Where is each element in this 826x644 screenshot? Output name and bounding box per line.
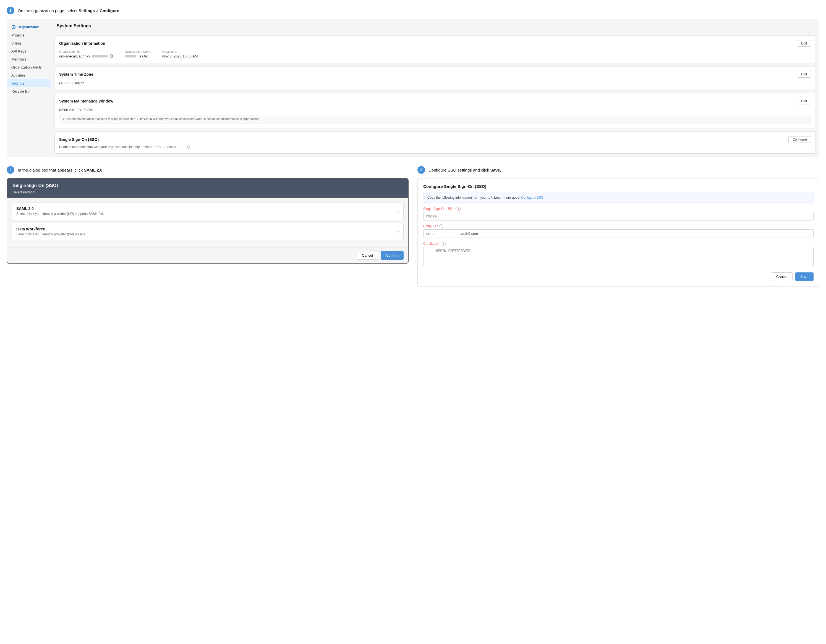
org-info-grid: Organization ID org-zcecazvaghhky: [59, 50, 811, 58]
info-icon: ℹ: [63, 118, 64, 121]
configure-info-banner: Copy the following information from your…: [423, 193, 814, 203]
org-id-masked: [92, 55, 109, 57]
certificate-input[interactable]: -----BEGIN CERTIFICATE-----: [423, 247, 814, 266]
sso-description: Enables authentication with your organiz…: [59, 145, 811, 149]
svg-rect-5: [110, 55, 112, 57]
entity-id-label: Entity ID * i: [423, 224, 814, 228]
sidebar-item-members[interactable]: Members: [7, 55, 51, 63]
sso-url-input[interactable]: [423, 212, 814, 220]
sidebar-item-org-alerts[interactable]: Organization Alerts: [7, 63, 51, 71]
sso-url-label: Single Sign-On URL * i: [423, 207, 814, 211]
step3-col: 3 Configure SSO settings and click Save.…: [418, 166, 819, 287]
configure-cancel-button[interactable]: Cancel: [771, 272, 793, 281]
sidebar-org[interactable]: Organization: [7, 22, 51, 31]
sidebar-item-activities[interactable]: Activities: [7, 71, 51, 79]
sidebar-item-projects[interactable]: Projects: [7, 31, 51, 39]
maintenance-time: 02:00 AM - 04:00 AM: [59, 108, 811, 112]
step1-circle: 1: [7, 7, 14, 14]
sso-dialog-select-protocol: Select Protocol: [7, 189, 408, 198]
sso-title: Single Sign-On (SSO): [59, 137, 99, 142]
sso-dialog: Single Sign-On (SSO) Select Protocol SAM…: [7, 178, 408, 263]
svg-rect-1: [13, 25, 14, 26]
org-info-edit-button[interactable]: Edit: [797, 40, 811, 47]
org-name-label: Organization Name: [125, 50, 151, 53]
step2-instruction: In the dialog box that appears, click SA…: [18, 168, 104, 172]
org-name-value: 's Org: [125, 54, 151, 58]
main-title: System Settings: [51, 19, 819, 32]
main-content: System Settings Organization Information…: [51, 19, 819, 157]
configure-sso-link[interactable]: Configure SSO: [521, 196, 543, 200]
org-info-title: Organization Information: [59, 41, 105, 46]
sso-help-icon[interactable]: ?: [186, 145, 189, 149]
okta-option[interactable]: Okta Workforce Select this if your ident…: [12, 223, 404, 240]
maintenance-notice: ℹ System maintenance may lead to slight …: [59, 115, 811, 124]
sso-url-group: Single Sign-On URL * i: [423, 207, 814, 220]
created-at-label: Created At: [162, 50, 198, 53]
cert-help-icon[interactable]: i: [442, 242, 446, 246]
org-id-value: org-zcecazvaghhky: [59, 54, 114, 58]
certificate-label: Certificate * i: [423, 242, 814, 246]
step2-header: 2 In the dialog box that appears, click …: [7, 166, 408, 174]
sso-url-help-icon[interactable]: i: [456, 207, 461, 211]
sso-configure-button[interactable]: Configure: [789, 136, 811, 143]
timezone-card: System Time Zone Edit (+08:00) Beijing: [54, 66, 816, 90]
org-name-field: Organization Name 's Org: [125, 50, 151, 58]
sidebar: Organization Projects Billing API Keys M…: [7, 19, 51, 157]
sidebar-org-label: Organization: [17, 25, 39, 29]
step3-instruction: Configure SSO settings and click Save.: [429, 168, 501, 172]
step1-header: 1 On the organization page, select Setti…: [7, 7, 819, 14]
okta-name: Okta Workforce: [16, 227, 86, 231]
configure-footer: Cancel Save: [423, 272, 814, 281]
maintenance-title: System Maintenance Window: [59, 99, 113, 103]
created-at-field: Created At Nov 3, 2023 10:33 AM: [162, 50, 198, 58]
saml-name: SAML 2.0: [16, 206, 104, 211]
dialog-footer: Cancel Confirm: [7, 248, 408, 263]
step3-circle: 3: [418, 166, 425, 174]
sso-card: Single Sign-On (SSO) Configure Enables a…: [54, 132, 816, 153]
maintenance-card: System Maintenance Window Edit 02:00 AM …: [54, 93, 816, 128]
sso-dialog-title: Single Sign-On (SSO): [7, 179, 408, 189]
sidebar-item-apikeys[interactable]: API Keys: [7, 47, 51, 55]
org-id-field: Organization ID org-zcecazvaghhky: [59, 50, 114, 58]
org-id-label: Organization ID: [59, 50, 114, 53]
okta-chevron-icon: ›: [397, 229, 399, 234]
step1-instruction: On the organization page, select Setting…: [18, 8, 120, 13]
sso-dialog-body: SAML 2.0 Select this if your identity pr…: [7, 198, 408, 248]
configure-save-button[interactable]: Save: [795, 272, 814, 281]
entity-id-help-icon[interactable]: i: [439, 224, 443, 228]
okta-description: Select this if your identity provider (I…: [16, 232, 86, 236]
step3-header: 3 Configure SSO settings and click Save.: [418, 166, 819, 174]
maintenance-edit-button[interactable]: Edit: [797, 98, 811, 104]
configure-title: Configure Single Sign-On (SSO): [423, 184, 814, 189]
org-icon: [11, 25, 16, 29]
org-info-card: Organization Information Edit Organizati…: [54, 36, 816, 63]
steps-row: 2 In the dialog box that appears, click …: [7, 166, 819, 287]
org-name-masked: [125, 55, 136, 57]
dialog-confirm-button[interactable]: Confirm: [381, 251, 404, 260]
entity-id-group: Entity ID * i: [423, 224, 814, 238]
timezone-title: System Time Zone: [59, 72, 93, 76]
sidebar-item-recycle-bin[interactable]: Recycle Bin: [7, 87, 51, 95]
created-at-value: Nov 3, 2023 10:33 AM: [162, 54, 198, 58]
saml-option[interactable]: SAML 2.0 Select this if your identity pr…: [12, 202, 404, 220]
entity-id-input[interactable]: [423, 229, 814, 238]
sso-login-url: Login URL: --: [164, 145, 183, 149]
dialog-cancel-button[interactable]: Cancel: [357, 251, 378, 260]
copy-icon[interactable]: [110, 54, 114, 58]
step2-circle: 2: [7, 166, 14, 174]
configure-panel: Configure Single Sign-On (SSO) Copy the …: [418, 178, 819, 287]
timezone-edit-button[interactable]: Edit: [797, 71, 811, 77]
sidebar-item-settings[interactable]: Settings: [7, 79, 51, 87]
saml-description: Select this if your identity provider (I…: [16, 212, 104, 216]
saml-chevron-icon: ›: [397, 209, 399, 214]
certificate-group: Certificate * i -----BEGIN CERTIFICATE--…: [423, 242, 814, 267]
sidebar-item-billing[interactable]: Billing: [7, 39, 51, 47]
timezone-value: (+08:00) Beijing: [59, 81, 811, 85]
step1-panel: Organization Projects Billing API Keys M…: [7, 19, 819, 157]
step2-col: 2 In the dialog box that appears, click …: [7, 166, 408, 263]
